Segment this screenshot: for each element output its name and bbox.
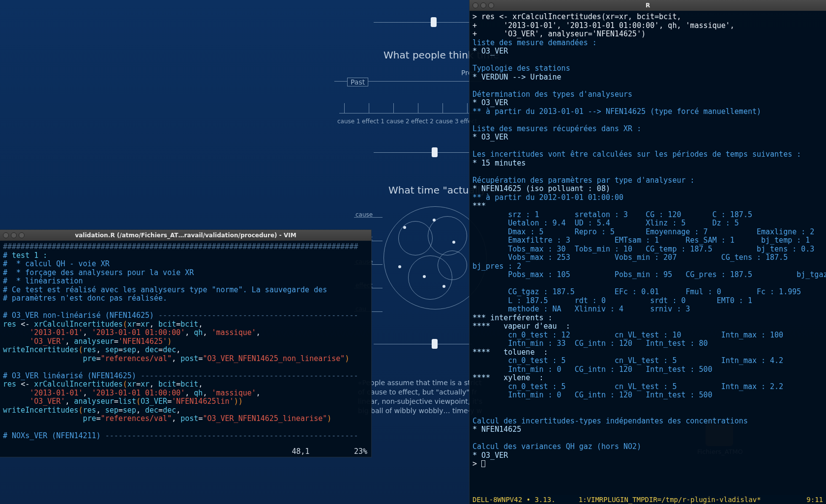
wallpaper-slider-knob-2 xyxy=(432,147,438,157)
wallpaper-slider-knob-1 xyxy=(431,17,437,27)
wallpaper-quote: «People assume that time is a strictof c… xyxy=(358,378,482,416)
close-icon[interactable] xyxy=(472,2,478,8)
minimize-icon[interactable] xyxy=(11,232,17,238)
wallpaper-slider-knob-3 xyxy=(432,339,438,349)
r-status-left: DELL-8WNPV42 • 3.13. xyxy=(472,496,556,504)
maximize-icon[interactable] xyxy=(488,2,494,8)
minimize-icon[interactable] xyxy=(480,2,486,8)
r-title: R xyxy=(470,2,826,9)
close-icon[interactable] xyxy=(3,232,9,238)
vim-titlebar[interactable]: validation.R (/atmo/Fichiers_AT…ravail/v… xyxy=(0,230,371,241)
r-statusbar: DELL-8WNPV42 • 3.13. 1:VIMRPLUGIN_TMPDIR… xyxy=(470,495,826,504)
vim-terminal[interactable]: ########################################… xyxy=(0,241,371,457)
wallpaper-label-past: Past xyxy=(347,78,368,86)
r-titlebar[interactable]: R xyxy=(470,0,826,11)
vim-window[interactable]: validation.R (/atmo/Fichiers_AT…ravail/v… xyxy=(0,230,371,457)
vim-title: validation.R (/atmo/Fichiers_AT…ravail/v… xyxy=(0,232,371,239)
r-window[interactable]: R > res <- xrCalculIncertitudes(xr=xr, b… xyxy=(470,0,826,504)
vim-status: 48,1 23% xyxy=(292,447,367,456)
r-terminal[interactable]: > res <- xrCalculIncertitudes(xr=xr, bci… xyxy=(470,11,826,495)
r-status-right: 1:VIMRPLUGIN_TMPDIR=/tmp/r-plugin-vladis… xyxy=(579,496,823,504)
maximize-icon[interactable] xyxy=(19,232,25,238)
